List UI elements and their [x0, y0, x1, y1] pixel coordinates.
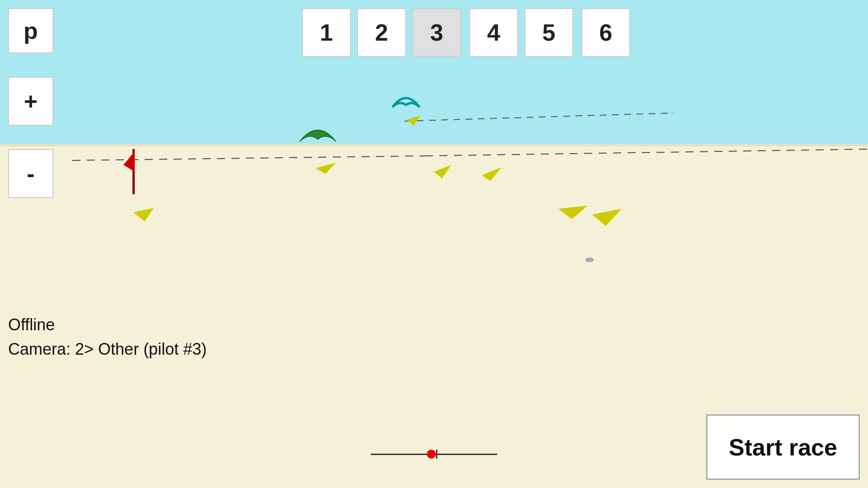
slider-container[interactable]: [371, 447, 497, 461]
p-button[interactable]: p: [8, 8, 53, 53]
tab-4-label: 4: [487, 19, 500, 46]
tab-1[interactable]: 1: [302, 8, 351, 57]
tab-3[interactable]: 3: [412, 8, 461, 57]
teal-kite-icon: [388, 87, 424, 109]
slider-handle: [436, 450, 437, 459]
tab-6-label: 6: [599, 19, 613, 46]
svg-marker-11: [123, 151, 135, 172]
p-button-label: p: [24, 17, 38, 44]
slider-track: [371, 454, 497, 455]
minus-button-label: -: [27, 160, 34, 187]
tab-5-label: 5: [542, 19, 556, 46]
minus-button[interactable]: -: [8, 149, 53, 198]
tab-2-label: 2: [375, 19, 388, 46]
plus-button-label: +: [24, 88, 38, 115]
tab-3-label: 3: [430, 19, 443, 46]
plus-button[interactable]: +: [8, 77, 53, 126]
status-line2: Camera: 2> Other (pilot #3): [8, 337, 207, 361]
tab-6[interactable]: 6: [581, 8, 630, 57]
tab-5[interactable]: 5: [524, 8, 573, 57]
status-text: Offline Camera: 2> Other (pilot #3): [8, 313, 207, 361]
green-paraglider-icon: [297, 117, 338, 146]
status-line1: Offline: [8, 313, 207, 337]
tab-2[interactable]: 2: [357, 8, 406, 57]
red-flag-icon: [121, 149, 146, 194]
horizon-line: [0, 144, 868, 146]
start-race-button[interactable]: Start race: [706, 414, 860, 480]
tab-1-label: 1: [320, 19, 333, 46]
tab-4[interactable]: 4: [469, 8, 518, 57]
slider-knob[interactable]: [427, 450, 436, 459]
start-race-label: Start race: [729, 434, 837, 461]
